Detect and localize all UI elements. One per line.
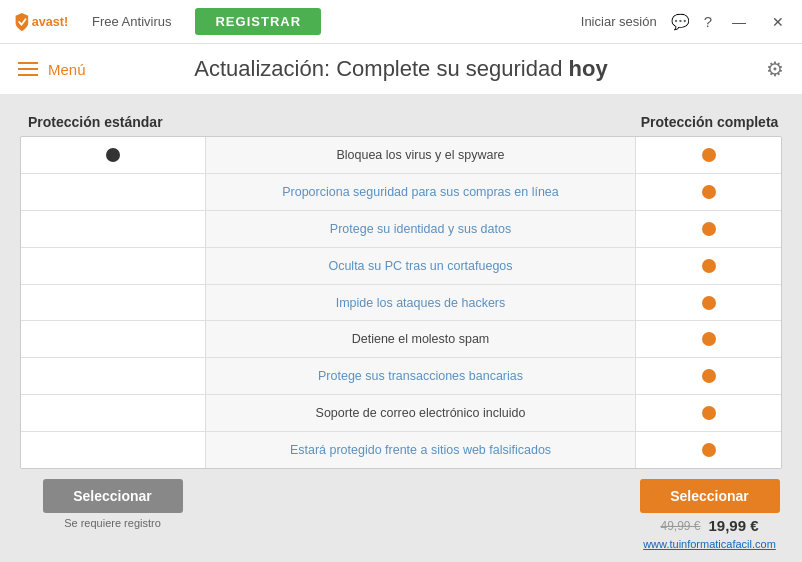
feature-text-9: Estará protegido frente a sitios web fal… [290, 443, 551, 457]
col-headers: Protección estándar Protección completa [20, 114, 782, 130]
center-row-3: Protege su identidad y sus datos [206, 211, 635, 248]
complete-bottom: Seleccionar 49,99 € 19,99 € www.tuinform… [637, 479, 782, 550]
check-dot-orange-9 [702, 443, 716, 457]
center-row-5: Impide los ataques de hackers [206, 285, 635, 322]
website-link[interactable]: www.tuinformaticafacil.com [643, 538, 776, 550]
check-dot-orange-6 [702, 332, 716, 346]
check-dot-orange-7 [702, 369, 716, 383]
complete-row-2 [636, 174, 781, 211]
menu-button[interactable]: Menú [18, 61, 86, 78]
check-dot-orange-4 [702, 259, 716, 273]
feature-table: Bloquea los virus y el spyware Proporcio… [20, 136, 782, 469]
main-content: Protección estándar Protección completa [0, 96, 802, 562]
page-title-bold: hoy [569, 56, 608, 81]
price-row: 49,99 € 19,99 € [660, 517, 758, 534]
feature-text-4: Oculta su PC tras un cortafuegos [328, 259, 512, 273]
titlebar: avast! Free Antivirus REGISTRAR Iniciar … [0, 0, 802, 44]
feature-text-2: Proporciona seguridad para sus compras e… [282, 185, 559, 199]
registration-required-label: Se requiere registro [64, 517, 161, 529]
col-center: Bloquea los virus y el spyware Proporcio… [206, 137, 636, 468]
std-row-9 [21, 432, 205, 468]
complete-row-6 [636, 321, 781, 358]
std-row-8 [21, 395, 205, 432]
complete-row-3 [636, 211, 781, 248]
center-row-4: Oculta su PC tras un cortafuegos [206, 248, 635, 285]
complete-row-7 [636, 358, 781, 395]
titlebar-right: Iniciar sesión 💬 ? — ✕ [581, 12, 790, 32]
std-row-7 [21, 358, 205, 395]
complete-row-4 [636, 248, 781, 285]
feature-text-3: Protege su identidad y sus datos [330, 222, 511, 236]
bottom-bar: Seleccionar Se requiere registro Selecci… [20, 479, 782, 550]
std-row-6 [21, 321, 205, 358]
logo-area: avast! Free Antivirus [12, 9, 171, 35]
login-link[interactable]: Iniciar sesión [581, 14, 657, 29]
center-row-1: Bloquea los virus y el spyware [206, 137, 635, 174]
std-row-5 [21, 285, 205, 322]
check-dot-orange-3 [702, 222, 716, 236]
feature-text-7: Protege sus transacciones bancarias [318, 369, 523, 383]
std-row-4 [21, 248, 205, 285]
avast-logo-icon: avast! [12, 9, 84, 35]
menu-label: Menú [48, 61, 86, 78]
complete-row-9 [636, 432, 781, 468]
col-complete [636, 137, 781, 468]
feature-text-5: Impide los ataques de hackers [336, 296, 506, 310]
check-dot-orange-1 [702, 148, 716, 162]
feature-text-1: Bloquea los virus y el spyware [336, 148, 504, 162]
help-icon[interactable]: ? [704, 13, 712, 30]
feature-text-6: Detiene el molesto spam [352, 332, 490, 346]
center-row-6: Detiene el molesto spam [206, 321, 635, 358]
center-row-8: Soporte de correo electrónico incluido [206, 395, 635, 432]
hamburger-icon [18, 62, 38, 76]
center-row-7: Protege sus transacciones bancarias [206, 358, 635, 395]
check-dot-black [106, 148, 120, 162]
settings-button[interactable]: ⚙ [766, 57, 784, 81]
col-standard [21, 137, 206, 468]
page-title-pre: Actualización: Complete su seguridad [194, 56, 568, 81]
register-button[interactable]: REGISTRAR [195, 8, 321, 35]
check-dot-orange-2 [702, 185, 716, 199]
close-button[interactable]: ✕ [766, 12, 790, 32]
select-complete-button[interactable]: Seleccionar [640, 479, 780, 513]
center-row-2: Proporciona seguridad para sus compras e… [206, 174, 635, 211]
navbar: Menú Actualización: Complete su segurida… [0, 44, 802, 96]
std-row-1 [21, 137, 205, 174]
std-row-3 [21, 211, 205, 248]
minimize-button[interactable]: — [726, 12, 752, 32]
comparison-panel: Protección estándar Protección completa [20, 114, 782, 550]
feature-text-8: Soporte de correo electrónico incluido [316, 406, 526, 420]
new-price: 19,99 € [709, 517, 759, 534]
col-middle-header [205, 114, 637, 130]
col-std-header: Protección estándar [20, 114, 205, 130]
svg-text:avast!: avast! [32, 14, 68, 28]
check-dot-orange-8 [702, 406, 716, 420]
page-title: Actualización: Complete su seguridad hoy [194, 56, 607, 82]
col-complete-header: Protección completa [637, 114, 782, 130]
select-std-button[interactable]: Seleccionar [43, 479, 183, 513]
center-row-9: Estará protegido frente a sitios web fal… [206, 432, 635, 468]
app-title: Free Antivirus [92, 14, 171, 29]
complete-row-5 [636, 285, 781, 322]
old-price: 49,99 € [660, 519, 700, 533]
chat-icon[interactable]: 💬 [671, 13, 690, 31]
std-bottom: Seleccionar Se requiere registro [20, 479, 205, 529]
complete-row-8 [636, 395, 781, 432]
complete-row-1 [636, 137, 781, 174]
check-dot-orange-5 [702, 296, 716, 310]
std-row-2 [21, 174, 205, 211]
